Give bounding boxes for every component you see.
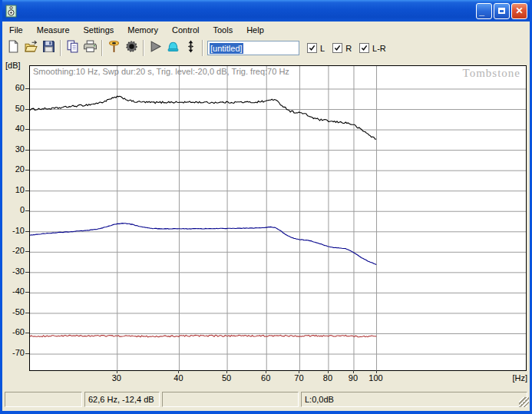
x-tick-mark (226, 370, 227, 373)
record-level-icon (125, 40, 138, 56)
check-icon (332, 43, 342, 53)
window-buttons: _ ✕ (476, 3, 527, 19)
close-button[interactable]: ✕ (511, 3, 527, 19)
y-tick-mark (25, 150, 29, 151)
start-measurement-button[interactable] (147, 39, 164, 57)
y-tick-label: -30 (2, 267, 25, 277)
y-tick-mark (25, 313, 29, 313)
new-file-button[interactable] (5, 39, 22, 57)
y-tick-mark (25, 190, 29, 191)
toolbar-separator (202, 40, 203, 56)
open-folder-icon (25, 40, 38, 56)
x-tick-label: 30 (105, 373, 128, 383)
minimize-button[interactable]: _ (476, 3, 492, 19)
y-tick-label: 50 (2, 104, 25, 114)
filename-input[interactable]: [untitled] (207, 41, 299, 55)
sweep-button[interactable] (182, 39, 200, 57)
y-tick-label: -60 (2, 327, 25, 337)
resize-grip[interactable] (519, 397, 529, 407)
x-tick-label: 100 (365, 373, 388, 383)
status-panel-3 (162, 392, 299, 407)
y-tick-label: 0 (2, 205, 25, 215)
y-tick-label: -50 (2, 307, 25, 317)
menu-settings[interactable]: Settings (77, 22, 121, 38)
status-cursor-readout: 62,6 Hz, -12,4 dB (84, 392, 160, 407)
y-tick-label: 40 (2, 124, 25, 134)
y-tick-label: -70 (2, 348, 25, 358)
checkbox-right[interactable]: R (332, 43, 352, 53)
y-tick-label: -20 (2, 246, 25, 256)
bell-icon (167, 40, 180, 56)
toolbar-separator (101, 40, 103, 56)
x-tick-label: 60 (254, 373, 277, 383)
x-axis-unit-label: [Hz] (512, 373, 527, 383)
print-button[interactable] (81, 39, 99, 57)
y-tick-mark (25, 109, 29, 110)
y-tick-label: -40 (2, 286, 25, 296)
menu-tools[interactable]: Tools (206, 22, 240, 38)
check-icon (359, 43, 369, 53)
x-tick-mark (117, 370, 117, 373)
y-tick-mark (25, 292, 29, 293)
chart-panel: [dB] Smoothing:10 Hz, Swp dur:20 s, Trig… (2, 58, 530, 388)
checkbox-left-minus-right[interactable]: L-R (359, 43, 386, 53)
statusbar: 62,6 Hz, -12,4 dB L:0,0dB (2, 388, 530, 411)
x-tick-mark (178, 370, 179, 373)
y-tick-mark (25, 129, 29, 130)
copy-icon (66, 40, 79, 56)
x-tick-mark (328, 370, 329, 373)
checkbox-left[interactable]: L (307, 43, 325, 53)
menubar: File Measure Settings Memory Control Too… (2, 22, 530, 38)
plot-area[interactable]: Smoothing:10 Hz, Swp dur:20 s, Trig. lev… (29, 65, 527, 371)
stop-button[interactable] (164, 39, 182, 57)
vertical-arrows-icon (184, 40, 197, 56)
x-tick-mark (353, 370, 354, 373)
y-tick-mark (25, 231, 29, 232)
toolbar-separator (60, 40, 61, 56)
y-tick-mark (25, 272, 29, 273)
y-tick-label: 10 (2, 185, 25, 195)
menu-memory[interactable]: Memory (121, 22, 165, 38)
status-panel-1 (5, 392, 82, 407)
copy-button[interactable] (64, 39, 81, 57)
status-level-readout: L:0,0dB (301, 392, 527, 407)
printer-icon (84, 40, 97, 56)
save-floppy-icon (42, 40, 55, 56)
y-tick-mark (25, 251, 29, 252)
titlebar[interactable]: _ ✕ (0, 0, 532, 22)
checkbox-right-label: R (345, 44, 352, 53)
measurement-settings-text: Smoothing:10 Hz, Swp dur:20 s, Trig. lev… (33, 67, 289, 76)
curve-l-r (30, 335, 376, 337)
x-tick-label: 50 (215, 373, 238, 383)
frequency-response-chart (30, 66, 526, 370)
x-tick-label: 70 (287, 373, 310, 383)
y-tick-mark (25, 170, 29, 171)
y-tick-mark (25, 210, 29, 211)
x-tick-label: 80 (316, 373, 339, 383)
tone-generator-icon (107, 40, 121, 56)
maximize-button[interactable] (494, 3, 510, 19)
check-icon (307, 43, 317, 53)
x-tick-label: 90 (342, 373, 365, 383)
speaker-app-icon (5, 5, 18, 18)
play-icon (149, 40, 162, 56)
menu-file[interactable]: File (2, 22, 30, 38)
x-tick-mark (376, 370, 377, 373)
toolbar-separator (143, 40, 144, 56)
curve-l (30, 96, 376, 139)
menu-measure[interactable]: Measure (30, 22, 77, 38)
signal-generator-button[interactable] (105, 39, 123, 57)
x-tick-mark (299, 370, 299, 373)
y-tick-label: 60 (2, 83, 25, 93)
menu-control[interactable]: Control (165, 22, 206, 38)
y-tick-label: -10 (2, 226, 25, 236)
open-file-button[interactable] (22, 39, 40, 57)
level-meter-button[interactable] (123, 39, 140, 57)
menu-help[interactable]: Help (240, 22, 271, 38)
y-tick-mark (25, 88, 29, 89)
y-tick-label: 30 (2, 144, 25, 154)
checkbox-lr-label: L-R (372, 44, 386, 53)
toolbar: [untitled] L R L-R (2, 38, 530, 58)
x-tick-mark (266, 370, 266, 373)
save-button[interactable] (40, 39, 58, 57)
